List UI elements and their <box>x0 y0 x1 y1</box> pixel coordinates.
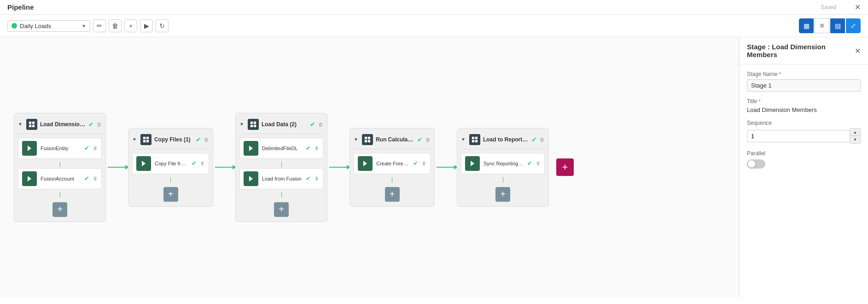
job-connector-3 <box>132 177 209 182</box>
svg-marker-4 <box>28 146 31 151</box>
delete-button[interactable]: 🗑 <box>109 19 122 32</box>
stage-5-collapse[interactable]: ▼ <box>461 137 466 142</box>
stage-1-title: Load Dimension Membe... (2) <box>40 121 86 128</box>
stage-2-collapse[interactable]: ▼ <box>132 137 138 142</box>
stage-card-1: ▼ Load Dimension Membe... (2) ✔ 🗑 Fusion… <box>14 113 106 222</box>
svg-marker-15 <box>249 146 253 151</box>
right-panel-title: Stage : Load Dimension Members <box>747 43 855 58</box>
job-2-trash[interactable]: 🗑 <box>93 176 98 181</box>
stage-5-trash[interactable]: 🗑 <box>540 137 545 142</box>
job-1-trash[interactable]: 🗑 <box>93 146 98 151</box>
job-7-icon <box>465 156 480 171</box>
stage-3-add-button[interactable]: + <box>274 202 289 217</box>
stage-2-add-button[interactable]: + <box>163 187 178 202</box>
pipeline-selector[interactable]: Daily Loads ▼ <box>7 20 90 32</box>
sequence-group: Sequence ▲ ▼ <box>747 120 861 144</box>
stage-2-header: ▼ Copy Files (1) ✔ 🗑 <box>132 132 209 149</box>
job-4-label: DelimitedFileDL <box>262 146 302 151</box>
right-panel-close[interactable]: ✕ <box>855 47 861 55</box>
close-icon[interactable]: ✕ <box>855 3 861 12</box>
sequence-input[interactable] <box>747 130 850 142</box>
stage-5-add-button[interactable]: + <box>495 187 510 202</box>
svg-rect-18 <box>368 136 370 139</box>
svg-rect-19 <box>365 140 367 142</box>
pipeline-name: Daily Loads <box>20 23 79 29</box>
parallel-toggle[interactable] <box>747 159 765 169</box>
stage-1-collapse[interactable]: ▼ <box>18 122 23 127</box>
stage-4-collapse[interactable]: ▼ <box>354 137 359 142</box>
stage-4-trash[interactable]: 🗑 <box>425 137 431 142</box>
job-6-trash[interactable]: 🗑 <box>422 161 426 166</box>
job-7-label: Sync Reporting Application <box>484 161 524 166</box>
svg-rect-13 <box>250 124 253 127</box>
job-3-icon <box>136 156 151 171</box>
job-fusion-entity: FusionEntity ✔ 🗑 <box>18 138 102 159</box>
sequence-down-button[interactable]: ▼ <box>850 136 860 143</box>
svg-rect-14 <box>254 124 256 127</box>
stage-3-check: ✔ <box>310 121 315 128</box>
add-button[interactable]: + <box>124 19 137 32</box>
title-group: Title * Load Dimension Members <box>747 98 861 113</box>
parallel-label: Parallel <box>747 150 861 157</box>
sequence-up-button[interactable]: ▲ <box>850 129 860 136</box>
stage-1-add-button[interactable]: + <box>52 202 67 217</box>
svg-rect-1 <box>32 121 35 123</box>
job-4-trash[interactable]: 🗑 <box>315 146 319 151</box>
stage-name-input[interactable] <box>747 79 861 92</box>
stage-2-trash[interactable]: 🗑 <box>204 137 209 142</box>
pipeline-canvas: ▼ Load Dimension Membe... (2) ✔ 🗑 Fusion… <box>0 37 739 297</box>
stage-3-collapse[interactable]: ▼ <box>239 122 245 127</box>
svg-marker-26 <box>471 161 474 166</box>
title-label: Title * <box>747 98 861 105</box>
job-2-label: FusionAccount <box>41 176 81 181</box>
stage-1-header: ▼ Load Dimension Membe... (2) ✔ 🗑 <box>18 117 102 134</box>
job-connector-2 <box>18 192 102 198</box>
stage-3-icon <box>248 119 259 130</box>
job-6-icon <box>358 156 373 171</box>
job-2-check: ✔ <box>84 175 89 182</box>
stages-row: ▼ Load Dimension Membe... (2) ✔ 🗑 Fusion… <box>14 113 574 222</box>
job-copy-file: Copy File from Object Store ✔ 🗑 <box>132 153 209 174</box>
chevron-down-icon: ▼ <box>82 23 86 29</box>
stage-1-trash[interactable]: 🗑 <box>97 122 102 127</box>
stage-5-icon <box>469 134 480 145</box>
svg-rect-23 <box>475 136 478 139</box>
view-list-button[interactable]: ≡ <box>815 18 829 33</box>
svg-rect-2 <box>29 124 31 127</box>
connector-arrow-2 <box>215 167 233 168</box>
job-6-check: ✔ <box>413 160 418 167</box>
sequence-arrows: ▲ ▼ <box>850 128 861 144</box>
edit-button[interactable]: ✏ <box>93 19 106 32</box>
svg-rect-25 <box>475 140 478 142</box>
job-5-icon <box>244 171 258 186</box>
job-3-trash[interactable]: 🗑 <box>200 161 205 166</box>
stage-3-trash[interactable]: 🗑 <box>318 122 323 127</box>
connector-arrow-3 <box>329 167 348 168</box>
job-connector-5 <box>239 192 323 198</box>
run-button[interactable]: ▶ <box>140 19 153 32</box>
job-connector-7 <box>461 177 545 182</box>
job-5-trash[interactable]: 🗑 <box>315 176 319 181</box>
job-4-icon <box>244 141 258 156</box>
view-expand-button[interactable]: ⤢ <box>846 18 861 33</box>
svg-rect-12 <box>254 121 256 123</box>
connector-arrow-4 <box>437 167 455 168</box>
main-layout: ▼ Load Dimension Membe... (2) ✔ 🗑 Fusion… <box>0 37 868 297</box>
sequence-row: ▲ ▼ <box>747 128 861 144</box>
svg-rect-6 <box>143 136 146 139</box>
page-title: Pipeline <box>7 3 34 11</box>
stage-4-add-button[interactable]: + <box>385 187 400 202</box>
refresh-button[interactable]: ↻ <box>156 19 169 32</box>
job-4-check: ✔ <box>306 145 311 152</box>
job-3-check: ✔ <box>192 160 197 167</box>
stage-1-check: ✔ <box>88 121 94 128</box>
add-stage-button[interactable]: + <box>556 158 574 176</box>
svg-rect-11 <box>250 121 253 123</box>
job-connector-6 <box>354 177 431 182</box>
job-7-trash[interactable]: 🗑 <box>536 161 541 166</box>
job-1-check: ✔ <box>84 145 89 152</box>
job-load-fusion: Load from Fusion ✔ 🗑 <box>239 168 323 189</box>
view-grid-button[interactable]: ▦ <box>799 18 814 33</box>
svg-marker-21 <box>363 161 367 166</box>
view-table-button[interactable]: ▤ <box>830 18 845 33</box>
